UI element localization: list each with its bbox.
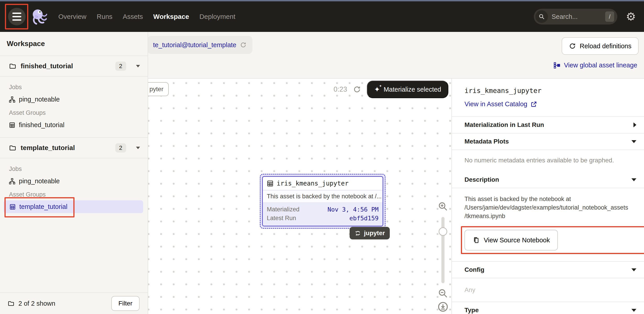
filter-button[interactable]: Filter xyxy=(111,296,140,311)
search-input[interactable] xyxy=(552,13,605,21)
jobs-label: Jobs xyxy=(0,166,148,172)
repo-count-badge: 2 xyxy=(115,143,126,153)
materialize-selected-button[interactable]: ✦✦ Materialize selected xyxy=(367,81,448,98)
asset-node-stats: Materialized Nov 3, 4:56 PM Latest Run e… xyxy=(263,203,382,226)
materialized-label: Materialized xyxy=(267,206,300,213)
sidebar-footer: 2 of 2 shown Filter xyxy=(0,292,148,314)
panel-asset-title: iris_kmeans_jupyter xyxy=(464,87,637,95)
repo-name: finished_tutorial xyxy=(21,62,73,70)
nav-item-assets[interactable]: Assets xyxy=(123,13,143,21)
nav-item-workspace[interactable]: Workspace xyxy=(153,13,189,21)
top-nav: Overview Runs Assets Workspace Deploymen… xyxy=(0,1,644,32)
asset-node-selection-outline: iris_kmeans_jupyter This asset is backed… xyxy=(260,174,386,229)
repo-count-badge: 2 xyxy=(115,62,126,71)
jobs-label: Jobs xyxy=(0,84,148,91)
hamburger-menu-button[interactable] xyxy=(8,8,26,25)
asset-group-icon xyxy=(10,204,16,210)
job-icon xyxy=(9,96,15,103)
folder-icon xyxy=(8,300,14,306)
chevron-down-icon xyxy=(632,178,636,181)
materialized-value[interactable]: Nov 3, 4:56 PM xyxy=(328,206,378,213)
section-type[interactable]: Type xyxy=(452,302,644,314)
reload-definitions-button[interactable]: Reload definitions xyxy=(562,37,638,55)
dagster-app: Overview Runs Assets Workspace Deploymen… xyxy=(0,0,644,314)
materialize-label: Materialize selected xyxy=(384,86,441,93)
main-header: te_tutorial@tutorial_template Reload def… xyxy=(148,32,644,78)
zoom-slider-knob[interactable] xyxy=(439,227,447,236)
notebook-copy-icon xyxy=(472,236,480,244)
gear-icon[interactable]: ⚙ xyxy=(626,11,636,22)
zoom-out-icon[interactable] xyxy=(438,288,448,298)
section-label: Metadata Plots xyxy=(464,138,509,145)
download-icon[interactable] xyxy=(437,301,448,312)
search-shortcut-key: / xyxy=(605,12,614,22)
refresh-timer: 0:23 xyxy=(334,85,347,93)
section-label: Type xyxy=(464,306,478,314)
asset-node-iris-kmeans-jupyter[interactable]: iris_kmeans_jupyter This asset is backed… xyxy=(260,174,386,229)
sidebar-title: Workspace xyxy=(0,32,148,56)
sidebar-item-asset-group-finished[interactable]: finished_tutorial xyxy=(0,119,148,131)
repo-row-template-tutorial[interactable]: template_tutorial 2 xyxy=(0,138,148,158)
asset-groups-label: Asset Groups xyxy=(0,191,148,198)
jupyter-tag-label: jupyter xyxy=(364,229,385,237)
asset-table-icon xyxy=(267,180,274,187)
description-text: This asset is backed by the notebook at … xyxy=(452,188,644,220)
job-name: ping_noteable xyxy=(19,177,60,185)
breadcrumb[interactable]: te_tutorial@tutorial_template xyxy=(147,36,252,54)
dagster-logo-icon[interactable] xyxy=(31,8,47,25)
metadata-empty-message: No numeric metadata entries available to… xyxy=(452,150,644,172)
section-label: Description xyxy=(464,176,499,183)
sidebar-item-job-ping-noteable[interactable]: ping_noteable xyxy=(0,175,148,188)
jupyter-icon xyxy=(354,230,361,236)
repo-section-finished: Jobs ping_noteable Asset Groups finished… xyxy=(0,77,148,138)
lineage-label: View global asset lineage xyxy=(564,62,637,69)
section-metadata-plots[interactable]: Metadata Plots xyxy=(452,133,644,150)
chevron-down-icon xyxy=(632,268,636,271)
latest-run-label: Latest Run xyxy=(267,215,296,222)
chevron-down-icon xyxy=(632,140,636,143)
asset-groups-label: Asset Groups xyxy=(0,109,148,116)
refresh-icon[interactable] xyxy=(353,85,361,93)
reload-icon xyxy=(569,43,576,50)
job-icon xyxy=(9,178,15,184)
asset-graph-canvas[interactable]: pyter 0:23 ✦✦ Materialize selected xyxy=(148,78,452,314)
sidebar-item-asset-group-template-selected[interactable]: template_tutorial xyxy=(4,200,143,213)
repo-section-template: Jobs ping_noteable Asset Groups template… xyxy=(0,158,148,219)
sparkle-icon: ✦✦ xyxy=(374,86,380,93)
reload-label: Reload definitions xyxy=(580,43,632,50)
refresh-icon[interactable] xyxy=(240,42,246,48)
latest-run-value[interactable]: ebf5d159 xyxy=(350,215,378,222)
chevron-down-icon[interactable] xyxy=(136,65,140,67)
search-icon xyxy=(536,10,548,23)
catalog-link-label: View in Asset Catalog xyxy=(464,100,527,108)
external-link-icon xyxy=(530,101,537,108)
workspace-sidebar: Workspace finished_tutorial 2 Jobs ping_… xyxy=(0,32,148,314)
view-source-label: View Source Notebook xyxy=(484,236,550,244)
nav-items: Overview Runs Assets Workspace Deploymen… xyxy=(58,13,236,21)
nav-item-deployment[interactable]: Deployment xyxy=(200,13,236,21)
section-description[interactable]: Description xyxy=(452,172,644,188)
zoom-controls xyxy=(437,200,449,314)
asset-details-panel: iris_kmeans_jupyter View in Asset Catalo… xyxy=(452,78,644,314)
zoom-in-icon[interactable] xyxy=(438,201,448,212)
zoom-slider[interactable] xyxy=(442,217,444,283)
nav-item-runs[interactable]: Runs xyxy=(97,13,112,21)
section-label: Materialization in Last Run xyxy=(464,121,544,128)
folder-icon xyxy=(9,63,16,69)
global-search[interactable]: / xyxy=(534,9,617,25)
chevron-down-icon[interactable] xyxy=(136,147,140,149)
asset-node-description: This asset is backed by the notebook at … xyxy=(263,190,382,203)
section-materialization-last-run[interactable]: Materialization in Last Run xyxy=(452,117,644,133)
main-area: te_tutorial@tutorial_template Reload def… xyxy=(148,32,644,314)
jupyter-tag-chip[interactable]: jupyter xyxy=(350,227,390,239)
view-source-notebook-button[interactable]: View Source Notebook xyxy=(464,230,558,250)
nav-item-overview[interactable]: Overview xyxy=(58,13,86,21)
job-name: ping_noteable xyxy=(19,96,60,103)
asset-group-name: finished_tutorial xyxy=(19,121,64,129)
view-in-asset-catalog-link[interactable]: View in Asset Catalog xyxy=(464,100,637,108)
view-global-asset-lineage-link[interactable]: View global asset lineage xyxy=(554,62,637,69)
repo-row-finished-tutorial[interactable]: finished_tutorial 2 xyxy=(0,56,148,77)
sidebar-item-job-ping-noteable[interactable]: ping_noteable xyxy=(0,93,148,106)
section-config[interactable]: Config xyxy=(452,261,644,278)
clipped-filter-chip[interactable]: pyter xyxy=(148,82,169,96)
